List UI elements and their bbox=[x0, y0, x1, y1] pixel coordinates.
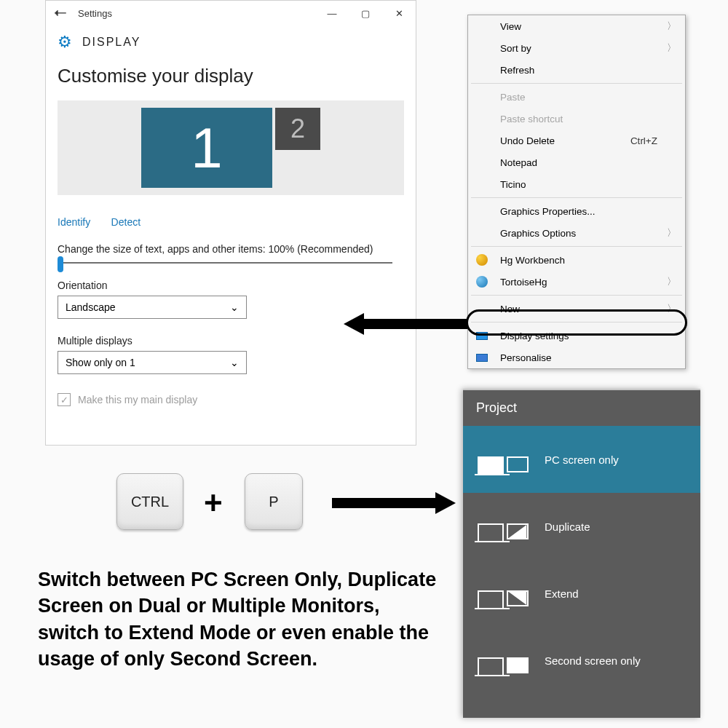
arrow-right-icon bbox=[332, 492, 456, 514]
scale-slider[interactable] bbox=[58, 262, 392, 264]
settings-titlebar: 🠐 Settings — ▢ ✕ bbox=[46, 1, 416, 25]
monitor-icon bbox=[475, 329, 488, 342]
settings-header: ⚙ DISPLAY bbox=[46, 25, 416, 65]
minimize-button[interactable]: — bbox=[315, 1, 349, 25]
ctx-notepad[interactable]: Notepad bbox=[468, 151, 685, 173]
ctx-undo-delete-label: Undo Delete bbox=[500, 135, 555, 146]
orientation-dropdown[interactable]: Landscape ⌄ bbox=[58, 296, 247, 319]
main-display-label: Make this my main display bbox=[78, 394, 197, 405]
ctx-refresh-label: Refresh bbox=[500, 65, 534, 76]
ctx-new[interactable]: New〉 bbox=[468, 298, 685, 320]
duplicate-icon bbox=[478, 510, 529, 542]
ctx-tortoisehg-label: TortoiseHg bbox=[500, 277, 547, 288]
tortoisehg-icon bbox=[475, 275, 488, 288]
ctx-tortoisehg[interactable]: TortoiseHg〉 bbox=[468, 271, 685, 293]
gear-icon: ⚙ bbox=[58, 33, 72, 52]
monitor-arrangement[interactable]: 1 2 bbox=[58, 100, 404, 195]
project-extend-label: Extend bbox=[545, 587, 579, 600]
arrow-left-icon bbox=[344, 313, 467, 335]
identify-link[interactable]: Identify bbox=[58, 216, 90, 228]
multiple-displays-label: Multiple displays bbox=[58, 335, 404, 347]
ctx-display-settings-label: Display settings bbox=[500, 331, 569, 341]
ctx-separator bbox=[471, 322, 682, 323]
settings-title: Settings bbox=[75, 8, 315, 19]
ctx-undo-delete-shortcut: Ctrl+Z bbox=[630, 135, 657, 146]
ctx-separator bbox=[471, 295, 682, 296]
ctx-hg-workbench[interactable]: Hg Workbench bbox=[468, 249, 685, 271]
ctx-separator bbox=[471, 83, 682, 84]
ctx-hg-workbench-label: Hg Workbench bbox=[500, 255, 565, 266]
personalise-icon bbox=[475, 351, 488, 364]
project-extend[interactable]: Extend bbox=[463, 560, 700, 627]
ctx-personalise-label: Personalise bbox=[500, 352, 552, 363]
project-panel: Project PC screen only Duplicate Extend … bbox=[463, 389, 700, 718]
ctx-graphics-options-label: Graphics Options bbox=[500, 228, 576, 239]
extend-icon bbox=[478, 577, 529, 609]
project-pc-screen-only[interactable]: PC screen only bbox=[463, 426, 700, 493]
customise-heading: Customise your display bbox=[58, 65, 404, 87]
ctx-ticino-label: Ticino bbox=[500, 179, 526, 190]
ctx-undo-delete[interactable]: Undo DeleteCtrl+Z bbox=[468, 130, 685, 151]
ctx-display-settings[interactable]: Display settings bbox=[468, 325, 685, 347]
project-second-only[interactable]: Second screen only bbox=[463, 627, 700, 694]
detect-link[interactable]: Detect bbox=[111, 216, 141, 228]
chevron-right-icon: 〉 bbox=[667, 226, 676, 240]
main-display-row: ✓ Make this my main display bbox=[58, 393, 404, 406]
ctrl-key: CTRL bbox=[116, 473, 183, 530]
ctx-paste-shortcut-label: Paste shortcut bbox=[500, 114, 563, 124]
chevron-right-icon: 〉 bbox=[667, 41, 676, 55]
p-key: P bbox=[245, 473, 303, 530]
caption-text: Switch between PC Screen Only, Duplicate… bbox=[38, 566, 446, 673]
main-display-checkbox[interactable]: ✓ bbox=[58, 393, 71, 406]
settings-body: Customise your display 1 2 Identify Dete… bbox=[46, 65, 416, 406]
ctx-new-label: New bbox=[500, 304, 520, 314]
scale-slider-thumb[interactable] bbox=[58, 256, 63, 272]
ctx-view[interactable]: View〉 bbox=[468, 15, 685, 37]
project-title: Project bbox=[463, 390, 700, 426]
ctx-personalise[interactable]: Personalise bbox=[468, 347, 685, 368]
close-button[interactable]: ✕ bbox=[382, 1, 416, 25]
project-pc-only-label: PC screen only bbox=[545, 454, 619, 466]
project-second-only-label: Second screen only bbox=[545, 654, 641, 667]
ctx-graphics-options[interactable]: Graphics Options〉 bbox=[468, 222, 685, 244]
chevron-down-icon: ⌄ bbox=[230, 301, 239, 313]
chevron-right-icon: 〉 bbox=[667, 302, 676, 315]
ctx-graphics-properties-label: Graphics Properties... bbox=[500, 206, 596, 217]
settings-window: 🠐 Settings — ▢ ✕ ⚙ DISPLAY Customise you… bbox=[45, 0, 416, 446]
multiple-displays-value: Show only on 1 bbox=[66, 357, 135, 368]
identify-detect-row: Identify Detect bbox=[58, 215, 404, 229]
ctx-refresh[interactable]: Refresh bbox=[468, 59, 685, 81]
back-button[interactable]: 🠐 bbox=[46, 6, 75, 21]
maximize-button[interactable]: ▢ bbox=[349, 1, 382, 25]
ctrl-key-label: CTRL bbox=[131, 494, 169, 510]
project-duplicate-label: Duplicate bbox=[545, 521, 590, 533]
plus-icon: + bbox=[204, 485, 223, 521]
ctx-paste: Paste bbox=[468, 86, 685, 108]
ctx-ticino[interactable]: Ticino bbox=[468, 173, 685, 195]
desktop-context-menu: View〉 Sort by〉 Refresh Paste Paste short… bbox=[467, 15, 686, 369]
pc-only-icon bbox=[478, 443, 529, 475]
ctx-sort-by[interactable]: Sort by〉 bbox=[468, 37, 685, 59]
chevron-right-icon: 〉 bbox=[667, 20, 676, 33]
scale-label: Change the size of text, apps and other … bbox=[58, 243, 404, 255]
ctx-separator bbox=[471, 197, 682, 198]
ctx-notepad-label: Notepad bbox=[500, 157, 537, 168]
ctx-graphics-properties[interactable]: Graphics Properties... bbox=[468, 200, 685, 222]
orientation-label: Orientation bbox=[58, 280, 404, 291]
orientation-value: Landscape bbox=[66, 301, 116, 313]
svg-marker-0 bbox=[509, 525, 527, 538]
ctx-separator bbox=[471, 246, 682, 247]
ctx-paste-shortcut: Paste shortcut bbox=[468, 108, 685, 130]
project-duplicate[interactable]: Duplicate bbox=[463, 493, 700, 560]
hg-icon bbox=[475, 253, 488, 266]
chevron-down-icon: ⌄ bbox=[230, 357, 239, 368]
ctx-view-label: View bbox=[500, 21, 521, 32]
second-only-icon bbox=[478, 644, 529, 676]
p-key-label: P bbox=[269, 494, 278, 510]
monitor-2[interactable]: 2 bbox=[275, 108, 320, 150]
ctx-sortby-label: Sort by bbox=[500, 43, 531, 54]
ctx-paste-label: Paste bbox=[500, 92, 526, 103]
chevron-right-icon: 〉 bbox=[667, 275, 676, 288]
monitor-1[interactable]: 1 bbox=[141, 108, 272, 188]
multiple-displays-dropdown[interactable]: Show only on 1 ⌄ bbox=[58, 351, 247, 374]
